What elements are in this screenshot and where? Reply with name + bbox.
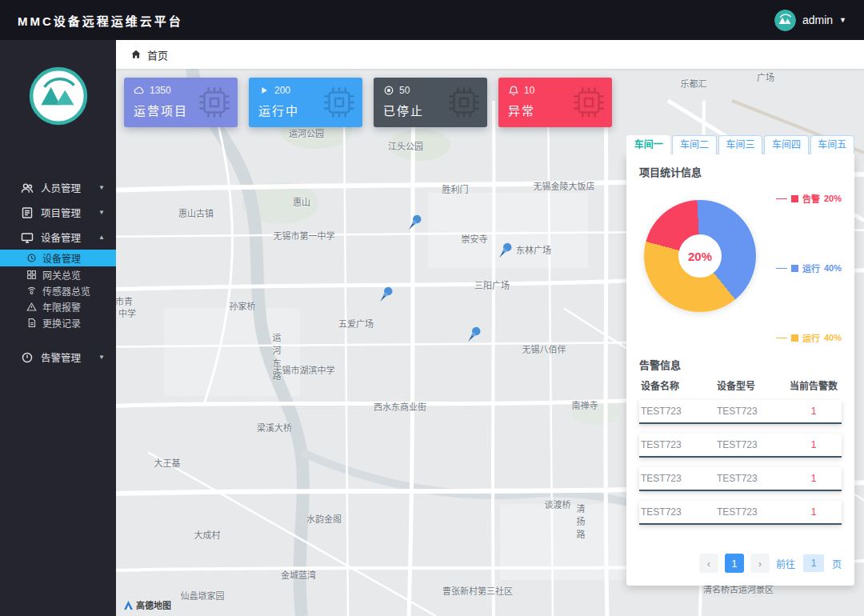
stat-card-running[interactable]: 200运行中 xyxy=(249,78,362,127)
app-title: MMC设备远程运维云平台 xyxy=(18,12,183,29)
device-monitor-icon xyxy=(21,231,34,244)
map-pin-icon[interactable] xyxy=(375,285,398,307)
next-page-button[interactable]: › xyxy=(750,554,770,573)
stat-card-abnormal[interactable]: 10异常 xyxy=(498,78,612,127)
users-icon xyxy=(21,182,34,194)
chip-icon xyxy=(573,86,605,118)
breadcrumb-home[interactable]: 首页 xyxy=(147,47,168,62)
sensor-icon xyxy=(26,286,37,296)
panel-body: 项目统计信息 20% 告警20%运行40%运行40% 告警信息 设备名称设备型号… xyxy=(626,154,854,586)
workshop-tabs: 车间一车间二车间三车间四车间五 xyxy=(626,135,854,154)
legend-swatch xyxy=(791,334,798,342)
alarm-count-cell: 1 xyxy=(787,439,840,450)
legend-item-2: 运行40% xyxy=(776,262,842,274)
sidebar-subitem-label: 年限报警 xyxy=(42,300,81,314)
alarm-bell-icon xyxy=(508,85,519,96)
sidebar-subitem-device-manage[interactable]: 设备管理 xyxy=(0,250,116,266)
legend-line xyxy=(776,268,787,269)
device-name-cell: TEST723 xyxy=(641,439,717,450)
tab-workshop-5[interactable]: 车间五 xyxy=(810,135,854,154)
device-model-cell: TEST723 xyxy=(717,406,787,417)
device-name-cell: TEST723 xyxy=(641,506,717,518)
legend-percent: 20% xyxy=(824,194,842,203)
play-icon xyxy=(258,85,270,96)
page-unit-label: 页 xyxy=(832,557,842,570)
logo xyxy=(29,66,88,126)
breadcrumb: 首页 xyxy=(116,40,864,69)
chip-icon xyxy=(323,86,355,118)
stat-value: 1350 xyxy=(150,85,171,96)
sidebar-nav: 人员管理▼项目管理▼设备管理▲设备管理网关总览传感器总览年限报警更换记录告警管理… xyxy=(0,175,116,370)
tab-workshop-3[interactable]: 车间三 xyxy=(718,135,762,154)
pie-legend: 告警20%运行40%运行40% xyxy=(776,192,842,344)
sidebar-item-label: 告警管理 xyxy=(41,350,81,365)
legend-line xyxy=(776,338,787,338)
map-pin-icon[interactable] xyxy=(463,325,486,347)
stop-circle-icon xyxy=(383,85,394,96)
legend-label: 运行 xyxy=(802,331,820,344)
device-model-cell: TEST723 xyxy=(717,506,787,518)
alarm-count-cell: 1 xyxy=(787,473,840,484)
map-attribution-text: 高德地图 xyxy=(136,598,171,611)
device-name-cell: TEST723 xyxy=(641,406,717,417)
legend-percent: 40% xyxy=(824,333,842,342)
legend-line xyxy=(776,198,787,199)
goto-page-input[interactable]: 1 xyxy=(803,554,824,572)
user-menu[interactable]: admin ▼ xyxy=(774,10,846,31)
table-row: TEST723TEST7231 xyxy=(639,467,842,491)
device-name-cell: TEST723 xyxy=(641,473,717,484)
table-header-2: 设备型号 xyxy=(717,378,787,392)
stats-section-title: 项目统计信息 xyxy=(639,164,842,179)
stat-card-projects[interactable]: 1350运营项目 xyxy=(124,78,238,127)
stat-value: 50 xyxy=(399,85,410,96)
home-icon xyxy=(130,49,142,60)
prev-page-button[interactable]: ‹ xyxy=(699,554,718,573)
sidebar-subitem-replace-record[interactable]: 更换记录 xyxy=(0,314,116,330)
page-1-button[interactable]: 1 xyxy=(725,554,744,573)
clock-icon xyxy=(26,253,37,263)
table-row: TEST723TEST7231 xyxy=(639,434,842,458)
sidebar-item-alarm[interactable]: 告警管理▼ xyxy=(0,345,116,370)
pie-chart: 20% xyxy=(644,200,756,312)
sidebar-subitem-sensor-overview[interactable]: 传感器总览 xyxy=(0,282,116,298)
sidebar-subitem-age-alarm[interactable]: 年限报警 xyxy=(0,298,116,314)
tab-workshop-1[interactable]: 车间一 xyxy=(626,135,670,154)
legend-percent: 40% xyxy=(824,263,842,273)
device-model-cell: TEST723 xyxy=(717,439,787,450)
pie-center-label: 20% xyxy=(678,234,722,278)
map-attribution: 高德地图 xyxy=(123,598,171,611)
sidebar-item-project[interactable]: 项目管理▼ xyxy=(0,200,116,225)
sidebar: 人员管理▼项目管理▼设备管理▲设备管理网关总览传感器总览年限报警更换记录告警管理… xyxy=(0,40,116,616)
right-panel: 车间一车间二车间三车间四车间五 项目统计信息 20% 告警20%运行40%运行4… xyxy=(626,135,854,586)
alarm-count-cell: 1 xyxy=(787,506,840,518)
stat-value: 10 xyxy=(524,85,534,96)
sidebar-item-label: 人员管理 xyxy=(41,180,81,195)
sidebar-subitem-label: 设备管理 xyxy=(42,251,81,265)
table-row: TEST723TEST7231 xyxy=(639,501,842,525)
map-pin-icon[interactable] xyxy=(404,213,426,235)
stat-card-stopped[interactable]: 50已停止 xyxy=(374,78,487,127)
sidebar-item-personnel[interactable]: 人员管理▼ xyxy=(0,175,116,200)
table-header-3: 当前告警数 xyxy=(787,378,840,392)
map-pin-icon[interactable] xyxy=(494,241,517,263)
goto-label: 前往 xyxy=(776,557,795,570)
chip-icon xyxy=(198,86,230,118)
legend-swatch xyxy=(791,265,798,272)
chevron-down-icon: ▼ xyxy=(98,184,105,191)
legend-item-1: 告警20% xyxy=(776,192,842,205)
top-bar: MMC设备远程运维云平台 admin ▼ xyxy=(0,0,864,40)
stat-cards: 1350运营项目200运行中50已停止10异常 xyxy=(124,78,612,127)
sidebar-item-device[interactable]: 设备管理▲ xyxy=(0,225,116,250)
username: admin xyxy=(802,14,833,26)
chevron-down-icon: ▼ xyxy=(98,209,105,216)
stat-value: 200 xyxy=(274,85,290,96)
tab-workshop-2[interactable]: 车间二 xyxy=(672,135,716,154)
tab-workshop-4[interactable]: 车间四 xyxy=(764,135,808,154)
sidebar-subitem-gateway-overview[interactable]: 网关总览 xyxy=(0,266,116,282)
chevron-down-icon: ▼ xyxy=(839,16,846,24)
device-model-cell: TEST723 xyxy=(717,473,787,484)
sidebar-item-label: 项目管理 xyxy=(41,205,81,220)
alarm-table-body: TEST723TEST7231TEST723TEST7231TEST723TES… xyxy=(639,400,842,534)
chevron-down-icon: ▼ xyxy=(98,354,105,361)
record-file-icon xyxy=(26,318,37,328)
